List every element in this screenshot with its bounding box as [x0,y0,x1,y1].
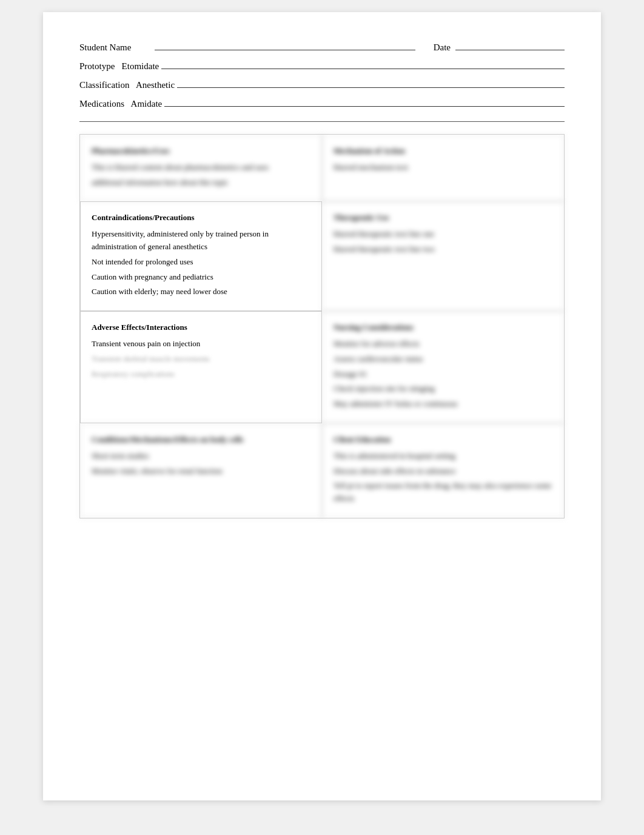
contraindications-line4: Caution with elderly; may need lower dos… [92,286,310,298]
info-grid: Pharmacokinetics/Uses This is blurred co… [79,134,565,518]
classification-row: Classification Anesthetic [79,80,565,90]
grid-cell-r1-right: Mechanism of Action blurred mechanism te… [322,135,564,201]
contraindications-title: Contraindications/Precautions [92,212,310,224]
student-name-row: Student Name Date [79,42,565,53]
classification-underline [177,87,565,88]
contraindications-line3: Caution with pregnancy and pediatrics [92,271,310,284]
cell-title: Client Education [334,434,552,446]
grid-cell-r2-left: Contraindications/Precautions Hypersensi… [80,201,322,311]
date-label: Date [434,42,451,53]
section-divider [79,121,565,122]
prototype-label: Prototype Etomidate [79,61,159,72]
adverse-line3: Respiratory complications [92,368,310,381]
medications-label: Medications Amidate [79,99,162,109]
adverse-line2: Transient skeletal muscle movements [92,353,310,366]
cell-title: Nursing Considerations [334,321,552,334]
cell-title: Conditions/Mechanisms/Effects on body ce… [92,434,310,446]
grid-cell-r2-right: Therapeutic Use blurred therapeutic text… [322,201,564,311]
medications-underline [164,106,565,107]
adverse-effects-title: Adverse Effects/Interactions [92,321,310,334]
adverse-line1: Transient venous pain on injection [92,338,310,350]
student-name-underline [155,50,415,50]
contraindications-line1: Hypersensitivity, administered only by t… [92,228,310,253]
date-underline [455,50,565,50]
cell-title: Therapeutic Use [334,212,552,224]
cell-title: Pharmacokinetics/Uses [92,145,310,158]
contraindications-line2: Not intended for prolonged uses [92,256,310,269]
cell-title: Mechanism of Action [334,145,552,158]
student-name-label: Student Name [79,42,152,53]
grid-cell-r4-left: Conditions/Mechanisms/Effects on body ce… [80,423,322,518]
header-section: Student Name Date Prototype Etomidate Cl… [79,42,565,109]
prototype-underline [161,69,565,69]
grid-cell-r1-left: Pharmacokinetics/Uses This is blurred co… [80,135,322,201]
grid-cell-r4-right: Client Education This is administered in… [322,423,564,518]
medications-row: Medications Amidate [79,99,565,109]
grid-cell-r3-right: Nursing Considerations Monitor for adver… [322,311,564,423]
classification-label: Classification Anesthetic [79,80,175,90]
page: Student Name Date Prototype Etomidate Cl… [43,12,601,800]
grid-cell-r3-left: Adverse Effects/Interactions Transient v… [80,311,322,423]
prototype-row: Prototype Etomidate [79,61,565,72]
